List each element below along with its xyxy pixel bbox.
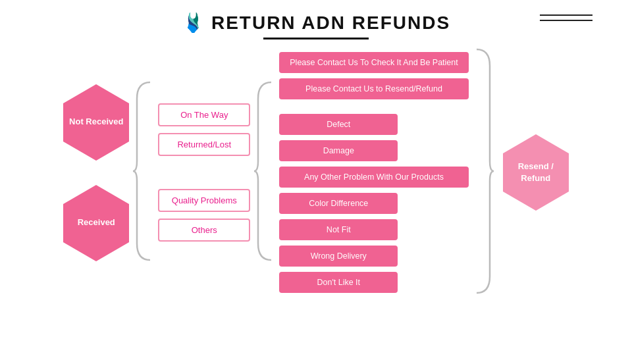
dont-like-it-box: Don't Like It [279,272,398,293]
on-the-way-box: On The Way [158,103,250,126]
others-box: Others [158,219,250,242]
header: 🩱 RETURN ADN REFUNDS [0,0,632,38]
header-decoration [540,14,592,21]
received-label: Received [78,217,115,228]
quality-problems-box: Quality Problems [158,189,250,212]
bikini-icon: 🩱 [182,12,205,34]
defect-box: Defect [279,114,398,135]
hex-column: Not Received Received [63,103,129,242]
color-difference-box: Color Difference [279,193,398,214]
mid-curly-bracket [253,79,276,266]
not-received-label: Not Received [69,117,123,128]
returned-lost-box: Returned/Lost [158,133,250,156]
page-container: 🩱 RETURN ADN REFUNDS Not Received Receiv… [0,0,632,299]
resend-refund-hex: Resend /Refund [503,153,569,192]
title-underline [263,38,369,39]
page-title: RETURN ADN REFUNDS [211,13,450,34]
contact-resend-box: Please Contact Us to Resend/Refund [279,78,468,99]
resend-refund-hex-wrapper: Resend /Refund [498,153,569,192]
right-curly-bracket [471,46,495,299]
header-line-1 [540,14,592,16]
resend-refund-label: Resend /Refund [518,161,554,184]
contact-check-box: Please Contact Us To Check It And Be Pat… [279,52,468,73]
wrong-delivery-box: Wrong Delivery [279,246,398,267]
right-boxes-column: Please Contact Us To Check It And Be Pat… [279,52,468,293]
received-hex: Received [63,204,129,242]
diagram: Not Received Received On The Way Returne… [0,46,632,299]
mid-boxes-column: On The Way Returned/Lost Quality Problem… [158,103,250,242]
not-received-hex: Not Received [63,103,129,142]
header-line-2 [540,20,592,21]
damage-box: Damage [279,140,398,161]
not-fit-box: Not Fit [279,219,398,240]
left-curly-bracket [132,79,155,266]
any-other-problem-box: Any Other Problem With Our Products [279,167,468,188]
